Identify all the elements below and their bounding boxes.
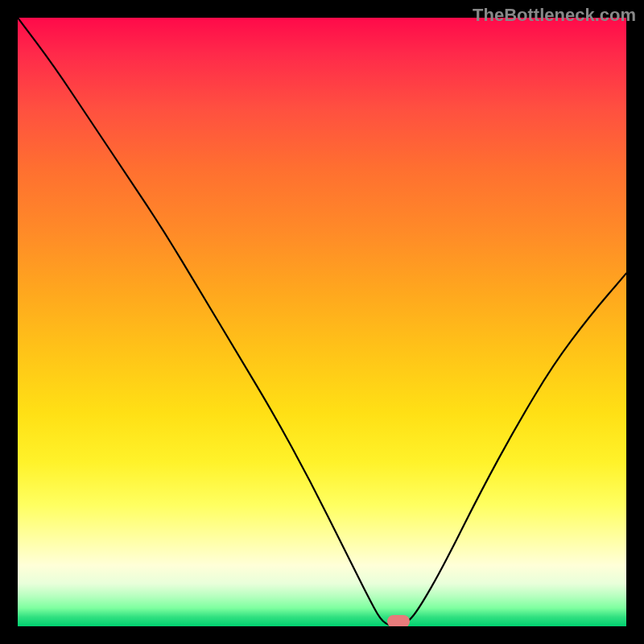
bottleneck-curve [18,18,626,625]
bottleneck-chart: TheBottleneck.com [0,0,644,644]
optimal-marker [387,615,410,626]
curve-layer [18,18,626,626]
watermark-text: TheBottleneck.com [473,5,636,26]
plot-area [18,18,626,626]
